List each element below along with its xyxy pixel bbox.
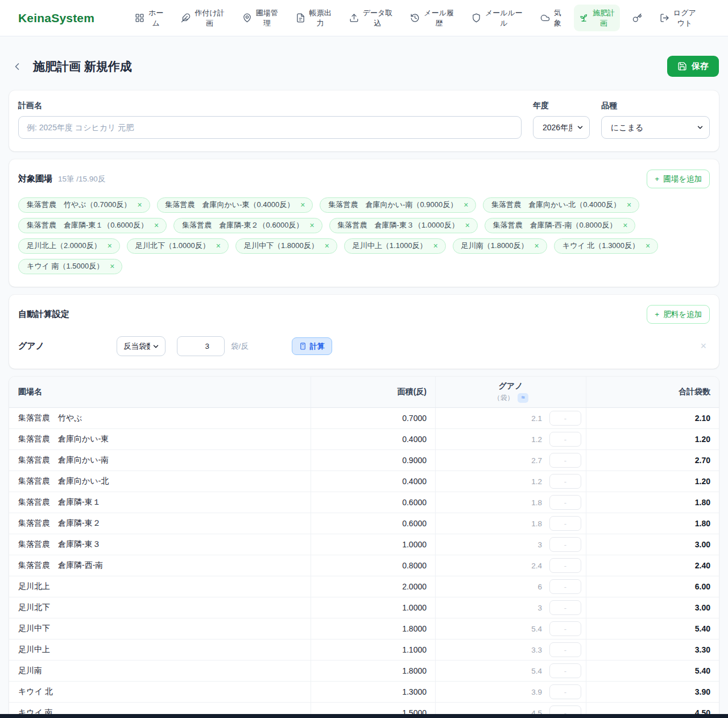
- variety-label: 品種: [601, 101, 710, 111]
- nav-item-report-output[interactable]: 帳票出 力: [291, 5, 337, 31]
- nav-label: ホー ム: [148, 8, 163, 28]
- chip-remove-icon[interactable]: ×: [107, 242, 112, 250]
- approx-badge[interactable]: ≈: [518, 393, 528, 402]
- cell-area: 0.4000: [311, 429, 435, 449]
- chip-remove-icon[interactable]: ×: [465, 221, 470, 229]
- field-chip: キウイ 南（1.5000反） ×: [18, 259, 122, 274]
- chip-remove-icon[interactable]: ×: [110, 262, 114, 270]
- save-icon: [677, 61, 687, 71]
- cell-total-bags: 1.80: [586, 492, 719, 513]
- brand-logo[interactable]: KeinaSystem: [18, 11, 94, 25]
- cell-area: 1.0000: [311, 534, 435, 555]
- field-chip: 集落営農 倉庫隣-東１（0.6000反） ×: [18, 218, 167, 233]
- nav-item-data-import[interactable]: データ取 込: [344, 5, 398, 31]
- chip-remove-icon[interactable]: ×: [627, 201, 631, 209]
- nav-label: 施肥計 画: [593, 8, 615, 28]
- save-label: 保存: [692, 61, 709, 72]
- cell-total-bags: 6.00: [586, 576, 719, 597]
- field-chip-label: 足川中上（1.1000反）: [353, 241, 427, 251]
- guano-override-input[interactable]: [549, 684, 581, 699]
- chip-remove-icon[interactable]: ×: [464, 201, 468, 209]
- year-select[interactable]: 2026年度: [533, 116, 590, 139]
- remove-fertilizer-icon[interactable]: ×: [697, 340, 710, 352]
- back-button[interactable]: [9, 59, 25, 75]
- guano-override-input[interactable]: [549, 642, 581, 657]
- guano-calculated-value: 5.4: [531, 625, 542, 633]
- guano-override-input[interactable]: [549, 579, 581, 594]
- chip-remove-icon[interactable]: ×: [216, 242, 221, 250]
- nav-item-mail-rules[interactable]: メールルー ル: [466, 5, 528, 31]
- bags-per-tan-input[interactable]: [177, 336, 225, 356]
- chip-remove-icon[interactable]: ×: [154, 221, 159, 229]
- field-chip: 集落営農 倉庫向かい-南（0.9000反） ×: [320, 197, 476, 213]
- chip-remove-icon[interactable]: ×: [309, 221, 314, 229]
- table-row: 集落営農 倉庫向かい-南 0.9000 2.7 2.70: [9, 450, 719, 471]
- field-chip: 足川南（1.8000反） ×: [453, 238, 547, 254]
- chip-remove-icon[interactable]: ×: [535, 242, 539, 250]
- table-row: 足川中下 1.8000 5.4 5.40: [9, 618, 719, 639]
- variety-select[interactable]: にこまる: [601, 116, 710, 139]
- add-field-label: 圃場を追加: [663, 174, 702, 184]
- nav-item-password[interactable]: [627, 10, 647, 26]
- guano-override-input[interactable]: [549, 663, 581, 678]
- field-chip: 集落営農 倉庫向かい-北（0.4000反） ×: [483, 197, 639, 213]
- guano-override-input[interactable]: [549, 411, 581, 426]
- plus-icon: +: [655, 310, 659, 319]
- cell-total-bags: 5.40: [586, 661, 719, 681]
- cell-field-name: 集落営農 竹やぶ: [9, 408, 311, 428]
- map-pin-icon: [242, 13, 252, 23]
- guano-override-input[interactable]: [549, 495, 581, 510]
- nav-item-logout[interactable]: ログア ウト: [655, 5, 701, 31]
- field-chip-label: 集落営農 倉庫隣-東２（0.6000反）: [182, 220, 303, 230]
- chip-remove-icon[interactable]: ×: [137, 201, 142, 209]
- field-chip-label: 集落営農 倉庫向かい-東（0.4000反）: [166, 200, 295, 210]
- save-button[interactable]: 保存: [667, 56, 719, 77]
- sprout-icon: [579, 13, 589, 23]
- plan-name-input[interactable]: [18, 116, 522, 139]
- nav-item-weather[interactable]: 気 象: [535, 5, 566, 31]
- field-chip: 集落営農 倉庫隣-西-南（0.8000反） ×: [485, 218, 636, 233]
- cell-total-bags: 2.40: [586, 555, 719, 576]
- field-chip-label: 足川南（1.8000反）: [461, 241, 528, 251]
- table-row: 集落営農 倉庫隣-東１ 0.6000 1.8 1.80: [9, 492, 719, 513]
- nav-item-planting-plan[interactable]: 作付け計 画: [176, 5, 229, 31]
- nav-item-mail-history[interactable]: メール履 歴: [405, 5, 459, 31]
- cell-guano: 5.4: [435, 661, 586, 681]
- guano-override-input[interactable]: [549, 432, 581, 447]
- chip-remove-icon[interactable]: ×: [623, 221, 627, 229]
- chip-remove-icon[interactable]: ×: [325, 242, 329, 250]
- guano-override-input[interactable]: [549, 516, 581, 531]
- add-fertilizer-button[interactable]: + 肥料を追加: [647, 305, 710, 324]
- cell-area: 1.0000: [311, 597, 435, 618]
- guano-override-input[interactable]: [549, 600, 581, 615]
- nav-item-home[interactable]: ホー ム: [130, 5, 168, 31]
- guano-override-input[interactable]: [549, 537, 581, 552]
- table-row: 足川中上 1.1000 3.3 3.30: [9, 639, 719, 661]
- cell-field-name: 足川北下: [9, 597, 311, 618]
- col-header-field-name: 圃場名: [9, 377, 311, 407]
- field-chip: 集落営農 倉庫隣-東３（1.0000反） ×: [329, 218, 478, 233]
- add-field-button[interactable]: + 圃場を追加: [647, 170, 710, 188]
- guano-override-input[interactable]: [549, 621, 581, 636]
- feather-icon: [181, 13, 191, 23]
- cell-area: 1.3000: [311, 682, 435, 702]
- field-chip-label: キウイ 南（1.5000反）: [27, 261, 104, 271]
- cell-total-bags: 1.20: [586, 471, 719, 492]
- cell-field-name: キウイ 北: [9, 682, 311, 702]
- guano-override-input[interactable]: [549, 474, 581, 489]
- cell-field-name: 足川中下: [9, 618, 311, 639]
- bottom-window-edge: [0, 714, 728, 718]
- nav-label: 作付け計 画: [195, 8, 224, 28]
- guano-calculated-value: 2.4: [531, 562, 542, 570]
- calc-mode-select[interactable]: 反当袋数: [117, 336, 166, 356]
- nav-item-fertilization-plan[interactable]: 施肥計 画: [574, 5, 620, 31]
- chip-remove-icon[interactable]: ×: [646, 242, 650, 250]
- nav-item-field-management[interactable]: 圃場管 理: [237, 5, 283, 31]
- chip-remove-icon[interactable]: ×: [300, 201, 305, 209]
- guano-override-input[interactable]: [549, 558, 581, 573]
- calculator-icon: [299, 343, 307, 350]
- calculate-button[interactable]: 計算: [292, 337, 332, 355]
- cell-guano: 3.9: [435, 682, 586, 702]
- guano-override-input[interactable]: [549, 453, 581, 468]
- chip-remove-icon[interactable]: ×: [433, 242, 438, 250]
